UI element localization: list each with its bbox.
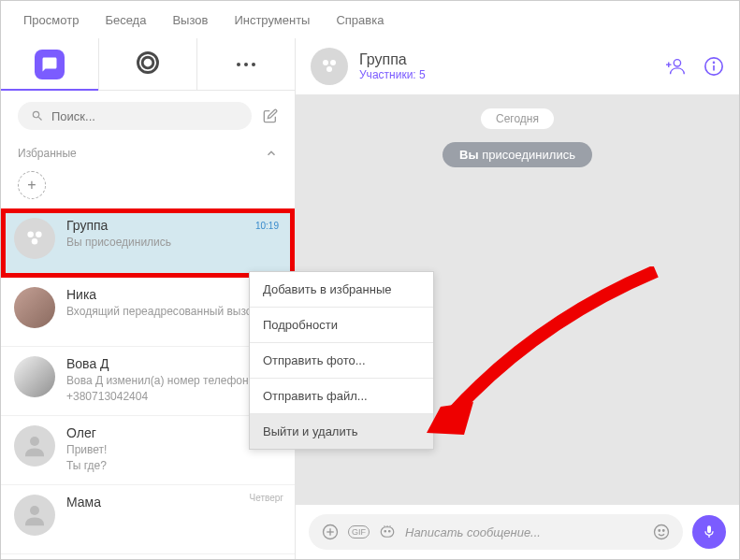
favorites-header[interactable]: Избранные — [1, 141, 295, 167]
svg-rect-0 — [138, 52, 158, 72]
composer: GIF — [296, 505, 739, 559]
group-avatar-icon — [14, 218, 55, 259]
menu-add-favorites[interactable]: Добавить в избранные — [250, 272, 433, 308]
menu-conversation[interactable]: Беседа — [105, 13, 146, 27]
compose-icon[interactable] — [263, 108, 278, 123]
message-input[interactable] — [405, 525, 644, 539]
gif-icon[interactable]: GIF — [348, 525, 370, 538]
menu-help[interactable]: Справка — [336, 13, 384, 27]
avatar — [14, 356, 55, 397]
svg-point-15 — [714, 62, 715, 63]
chat-time: Четверг — [250, 493, 283, 503]
svg-point-4 — [32, 238, 38, 245]
chat-time: 10:19 — [255, 221, 279, 231]
chat-name: Группа — [66, 218, 282, 233]
svg-point-20 — [385, 531, 386, 533]
svg-rect-1 — [142, 57, 153, 68]
svg-point-24 — [663, 530, 665, 532]
chat-header: Группа Участники: 5 — [296, 38, 739, 95]
participants-link[interactable]: Участники: 5 — [359, 68, 655, 81]
sidebar-tabs — [1, 38, 295, 91]
svg-point-21 — [389, 531, 391, 533]
avatar — [14, 287, 55, 328]
svg-rect-19 — [381, 527, 394, 538]
svg-point-3 — [36, 231, 42, 237]
svg-point-5 — [30, 437, 39, 446]
chevron-up-icon — [265, 147, 278, 160]
menu-tools[interactable]: Инструменты — [234, 13, 310, 27]
tab-public[interactable] — [99, 38, 197, 90]
context-menu: Добавить в избранные Подробности Отправи… — [249, 271, 434, 450]
info-icon[interactable] — [704, 56, 724, 77]
microphone-icon — [702, 524, 717, 539]
search-box[interactable] — [18, 102, 252, 130]
chat-item[interactable]: Мама Четверг — [1, 485, 295, 554]
search-input[interactable] — [51, 109, 239, 123]
more-icon — [237, 63, 255, 66]
menu-view[interactable]: Просмотр — [23, 13, 79, 27]
avatar — [14, 425, 55, 467]
emoji-icon[interactable] — [653, 524, 670, 540]
svg-point-2 — [27, 231, 34, 237]
group-avatar-icon — [311, 48, 348, 85]
chat-bubble-icon — [35, 50, 65, 79]
date-separator: Сегодня — [481, 108, 554, 129]
viber-logo-icon — [135, 50, 161, 79]
svg-point-22 — [655, 525, 669, 539]
search-icon — [31, 109, 44, 122]
add-participant-icon[interactable] — [666, 56, 687, 77]
tab-more[interactable] — [197, 38, 295, 90]
svg-point-7 — [323, 60, 328, 65]
avatar — [14, 495, 55, 536]
chat-item-group[interactable]: Группа Вы присоединились 10:19 — [1, 208, 295, 278]
sticker-icon[interactable] — [379, 524, 396, 540]
svg-point-6 — [30, 506, 39, 515]
menu-call[interactable]: Вызов — [172, 13, 208, 27]
favorites-label: Избранные — [18, 147, 77, 160]
svg-point-8 — [330, 60, 336, 65]
chat-preview: Вы присоединились — [66, 235, 282, 251]
svg-point-9 — [326, 66, 332, 72]
svg-point-10 — [674, 60, 680, 66]
menu-leave-delete[interactable]: Выйти и удалить — [250, 414, 433, 449]
status-message: Вы присоединились — [443, 142, 592, 167]
menu-details[interactable]: Подробности — [250, 308, 433, 343]
svg-point-23 — [659, 530, 660, 532]
menu-send-photo[interactable]: Отправить фото... — [250, 343, 433, 379]
add-attachment-icon[interactable] — [322, 524, 339, 540]
menubar: Просмотр Беседа Вызов Инструменты Справк… — [1, 1, 739, 38]
add-favorite-button[interactable]: + — [18, 171, 46, 199]
menu-send-file[interactable]: Отправить файл... — [250, 379, 433, 414]
voice-message-button[interactable] — [692, 515, 726, 549]
chat-title: Группа — [359, 51, 655, 68]
tab-chats[interactable] — [1, 38, 99, 90]
